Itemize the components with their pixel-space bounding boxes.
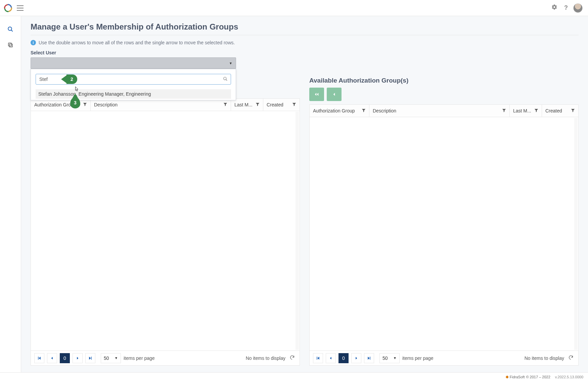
per-page-label: items per page [402,355,434,361]
pager-last[interactable] [364,353,374,363]
user-select-display[interactable]: ▼ [31,57,236,69]
page-size-select[interactable]: 50 ▼ [379,353,400,363]
scrollbar[interactable] [296,112,299,350]
filter-icon[interactable] [223,102,227,107]
svg-rect-2 [9,44,12,47]
page-size-select[interactable]: 50 ▼ [101,353,121,363]
pager-next[interactable] [73,353,83,363]
pager-current: 0 [338,353,349,363]
info-text: Use the double arrows to move all of the… [39,40,235,45]
svg-point-0 [8,27,12,31]
pager-next[interactable] [351,353,361,363]
select-user-label: Select User [31,50,579,55]
pager-first[interactable] [34,353,44,363]
footer-brand: ◆FidraSoft© 2017 – 2022 [506,375,550,379]
topbar: ? [0,0,588,16]
col-description[interactable]: Description [91,99,231,111]
menu-toggle-icon[interactable] [17,5,24,11]
info-icon: i [31,40,36,45]
refresh-icon[interactable] [567,353,575,363]
pager-prev[interactable] [326,353,336,363]
empty-message: No items to display [246,355,285,361]
app-logo [3,3,13,13]
copy-icon[interactable] [7,42,13,50]
user-avatar[interactable] [573,3,583,13]
move-all-left-button[interactable] [309,88,324,101]
pager-first[interactable] [313,353,323,363]
col-authorization-group[interactable]: Authorization Group ▲ [31,99,91,111]
member-groups-grid: Authorization Group ▲ Description Last M… [31,98,300,366]
pager: 0 50 ▼ items per page No items to displa… [31,350,300,365]
pager-prev[interactable] [47,353,57,363]
footer: ◆FidraSoft© 2017 – 2022 v.2022.5.13.0000 [0,372,588,381]
filter-icon[interactable] [256,102,260,107]
grid-body [310,117,578,350]
filter-icon[interactable] [362,108,366,113]
move-left-button[interactable] [327,88,342,101]
col-created[interactable]: Created [542,105,578,117]
chevron-down-icon: ▼ [393,356,397,360]
footer-version: v.2022.5.13.0000 [555,375,583,379]
refresh-icon[interactable] [288,353,296,363]
col-last-modified[interactable]: Last M... [510,105,542,117]
user-option[interactable]: Stefan Johansson, Engineering Manager, E… [36,89,231,99]
filter-icon[interactable] [292,102,296,107]
filter-icon[interactable] [502,108,506,113]
sort-asc-icon: ▲ [77,103,80,107]
content-area: Manage a User's Membership of Authorizat… [21,16,588,372]
help-icon[interactable]: ? [563,3,569,13]
left-rail [0,16,21,372]
pager-current: 0 [60,353,70,363]
grid-header: Authorization Group Description Last M..… [310,105,578,117]
divider [31,35,579,35]
svg-rect-3 [8,43,11,46]
empty-message: No items to display [525,355,564,361]
move-buttons [309,88,579,101]
pager-last[interactable] [85,353,95,363]
available-groups-grid: Authorization Group Description Last M..… [309,104,579,366]
filter-icon[interactable] [571,108,575,113]
chevron-down-icon: ▼ [229,61,232,65]
settings-gear-icon[interactable] [550,3,559,13]
user-search-input[interactable] [36,74,231,85]
page-title: Manage a User's Membership of Authorizat… [31,22,579,32]
search-icon[interactable] [7,26,13,34]
grid-body [31,111,300,350]
col-last-modified[interactable]: Last M... [231,99,263,111]
col-authorization-group[interactable]: Authorization Group [310,105,369,117]
svg-line-1 [11,30,13,32]
chevron-down-icon: ▼ [115,356,118,360]
user-select[interactable]: ▼ 2 Stefan Johansson, Engineering Manage… [31,57,236,69]
member-groups-panel: 3 Authorization Group ▲ Description [31,77,300,366]
scrollbar[interactable] [574,118,578,350]
filter-icon[interactable] [83,102,87,107]
available-groups-panel: Available Authorization Group(s) Authori… [309,77,579,366]
grid-header: Authorization Group ▲ Description Last M… [31,99,300,111]
available-groups-title: Available Authorization Group(s) [309,77,579,84]
info-banner: i Use the double arrows to move all of t… [31,40,579,45]
filter-icon[interactable] [534,108,538,113]
user-select-dropdown: 2 Stefan Johansson, Engineering Manager,… [31,69,236,100]
col-description[interactable]: Description [369,105,510,117]
col-created[interactable]: Created [263,99,300,111]
pager: 0 50 ▼ items per page No items to displa… [310,350,578,365]
per-page-label: items per page [124,355,155,361]
